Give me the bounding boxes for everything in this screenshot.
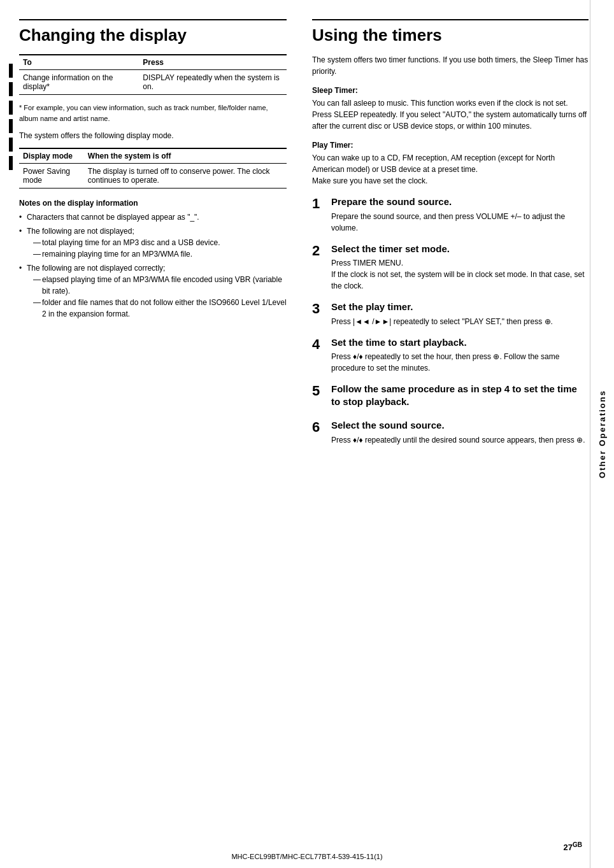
right-section-title: Using the timers (312, 19, 589, 45)
left-section-title: Changing the display (19, 19, 287, 45)
page-num-text: 27 (564, 843, 573, 852)
sleep-timer-body: You can fall asleep to music. This funct… (312, 97, 589, 132)
step-2-number: 2 (312, 243, 331, 258)
step-2-heading: Select the timer set mode. (331, 243, 589, 255)
step-6-number: 6 (312, 419, 331, 434)
step-4-content: Set the time to start playback. Press ♦/… (331, 336, 589, 374)
step-3-body: Press |◄◄ /►►| repeatedly to select "PLA… (331, 316, 589, 327)
cell-mode: Power Saving mode (19, 164, 84, 189)
margin-bar-4 (9, 119, 13, 133)
step-1-body: Prepare the sound source, and then press… (331, 211, 589, 234)
sleep-timer-title: Sleep Timer: (312, 86, 589, 95)
play-timer-section: Play Timer: You can wake up to a CD, FM … (312, 141, 589, 187)
right-column: Using the timers The system offers two t… (299, 19, 589, 868)
list-item: total playing time for an MP3 disc and a… (33, 237, 287, 248)
steps-container: 1 Prepare the sound source. Prepare the … (312, 196, 589, 446)
step-3-heading: Set the play timer. (331, 301, 589, 313)
step-4-heading: Set the time to start playback. (331, 336, 589, 349)
sub-item-2: remaining playing time for an MP3/WMA fi… (42, 250, 192, 259)
col-display-mode: Display mode (19, 148, 84, 164)
step-6: 6 Select the sound source. Press ♦/♦ rep… (312, 419, 589, 446)
sub-list: elapsed playing time of an MP3/WMA file … (27, 274, 287, 320)
cell-press: DISPLAY repeatedly when the system is on… (139, 70, 287, 95)
footnote-text: * For example, you can view information,… (19, 103, 287, 124)
margin-bars (9, 64, 13, 170)
step-6-heading: Select the sound source. (331, 419, 589, 432)
col-when-off: When the system is off (84, 148, 287, 164)
margin-bar-5 (9, 138, 13, 152)
table-row: Change information on the display* DISPL… (19, 70, 287, 95)
margin-bar-2 (9, 82, 13, 96)
sub-list: total playing time for an MP3 disc and a… (27, 237, 287, 260)
step-3-content: Set the play timer. Press |◄◄ /►►| repea… (331, 301, 589, 327)
page-container: Changing the display To Press Change inf… (0, 0, 614, 868)
sub-item-1: total playing time for an MP3 disc and a… (42, 238, 220, 247)
sleep-timer-section: Sleep Timer: You can fall asleep to musi… (312, 86, 589, 132)
display-mode-table: Display mode When the system is off Powe… (19, 148, 287, 189)
notes-section: Notes on the display information Charact… (19, 199, 287, 320)
step-4-body: Press ♦/♦ repeatedly to set the hour, th… (331, 351, 589, 374)
margin-bar-6 (9, 156, 13, 170)
step-5-number: 5 (312, 383, 331, 398)
cell-desc: The display is turned off to conserve po… (84, 164, 287, 189)
step-1: 1 Prepare the sound source. Prepare the … (312, 196, 589, 234)
list-item: elapsed playing time of an MP3/WMA file … (33, 274, 287, 297)
display-info-table: To Press Change information on the displ… (19, 54, 287, 95)
list-item: The following are not displayed; total p… (19, 225, 287, 260)
col-to: To (19, 55, 139, 70)
step-1-number: 1 (312, 196, 331, 211)
play-timer-body: You can wake up to a CD, FM reception, A… (312, 152, 589, 187)
step-2: 2 Select the timer set mode. Press TIMER… (312, 243, 589, 292)
list-item: folder and file names that do not follow… (33, 297, 287, 320)
step-4: 4 Set the time to start playback. Press … (312, 336, 589, 374)
main-content: Changing the display To Press Change inf… (19, 19, 589, 868)
footer-text: MHC-ECL99BT/MHC-ECL77BT.4-539-415-11(1) (231, 853, 382, 860)
margin-bar-3 (9, 101, 13, 115)
notes-title: Notes on the display information (19, 199, 287, 208)
list-item: The following are not displayed correctl… (19, 262, 287, 320)
margin-bar-1 (9, 64, 13, 78)
table-row: Power Saving mode The display is turned … (19, 164, 287, 189)
notes-list: Characters that cannot be displayed appe… (19, 211, 287, 320)
left-column: Changing the display To Press Change inf… (19, 19, 299, 868)
note-text-1: Characters that cannot be displayed appe… (27, 213, 199, 222)
timers-intro: The system offers two timer functions. I… (312, 54, 589, 77)
step-6-body: Press ♦/♦ repeatedly until the desired s… (331, 434, 589, 446)
note-text-2: The following are not displayed; (27, 227, 134, 236)
step-3: 3 Set the play timer. Press |◄◄ /►►| rep… (312, 301, 589, 327)
step-5-heading: Follow the same procedure as in step 4 t… (331, 383, 589, 408)
intro-text: The system offers the following display … (19, 130, 287, 141)
step-6-content: Select the sound source. Press ♦/♦ repea… (331, 419, 589, 446)
note-text-3: The following are not displayed correctl… (27, 264, 165, 273)
step-2-content: Select the timer set mode. Press TIMER M… (331, 243, 589, 292)
step-1-content: Prepare the sound source. Prepare the so… (331, 196, 589, 234)
step-1-heading: Prepare the sound source. (331, 196, 589, 208)
cell-to: Change information on the display* (19, 70, 139, 95)
step-4-number: 4 (312, 336, 331, 352)
play-timer-title: Play Timer: (312, 141, 589, 150)
footer: MHC-ECL99BT/MHC-ECL77BT.4-539-415-11(1) (231, 853, 382, 860)
right-sidebar: Other Operations (590, 0, 614, 868)
step-2-body: Press TIMER MENU. If the clock is not se… (331, 257, 589, 292)
step-5: 5 Follow the same procedure as in step 4… (312, 383, 589, 410)
step-5-content: Follow the same procedure as in step 4 t… (331, 383, 589, 410)
sub-item-3: elapsed playing time of an MP3/WMA file … (42, 275, 282, 295)
step-3-number: 3 (312, 301, 331, 316)
list-item: remaining playing time for an MP3/WMA fi… (33, 248, 287, 260)
page-number: 27GB (564, 841, 582, 852)
sub-item-4: folder and file names that do not follow… (42, 298, 287, 318)
col-press: Press (139, 55, 287, 70)
list-item: Characters that cannot be displayed appe… (19, 211, 287, 223)
sidebar-label: Other Operations (597, 390, 607, 478)
page-suffix: GB (573, 841, 582, 848)
